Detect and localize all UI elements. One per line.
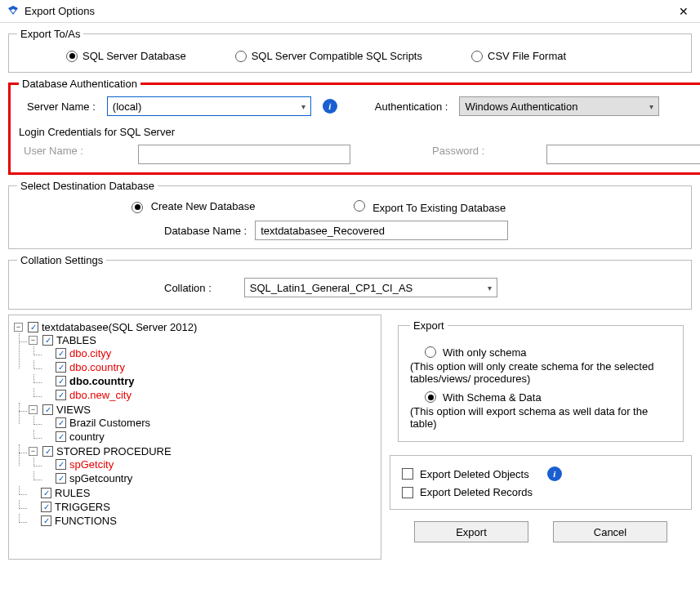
collation-select[interactable]: SQL_Latin1_General_CP1_CI_AS ▾ — [244, 278, 497, 297]
tree-rules[interactable]: RULES — [55, 487, 90, 499]
radio-label: CSV File Format — [488, 50, 566, 62]
cancel-button[interactable]: Cancel — [553, 521, 667, 542]
username-label: User Name : — [24, 145, 105, 164]
collation-value: SQL_Latin1_General_CP1_CI_AS — [250, 282, 412, 294]
tree-item[interactable]: Brazil Customers — [69, 417, 150, 429]
tree-checkbox[interactable]: ✓ — [56, 473, 66, 484]
tree-functions[interactable]: FUNCTIONS — [55, 515, 117, 527]
collation-settings-group: Collation Settings Collation : SQL_Latin… — [8, 254, 692, 310]
radio-csv[interactable]: CSV File Format — [471, 50, 566, 62]
radio-with-schema-data[interactable]: With Schema & Data — [443, 391, 542, 404]
chevron-down-icon: ▾ — [488, 283, 492, 292]
collation-label: Collation : — [164, 282, 212, 294]
export-deleted-group: Export Deleted Objects i Export Deleted … — [390, 455, 692, 510]
tree-item[interactable]: dbo.country — [69, 361, 125, 373]
collapse-icon[interactable]: − — [29, 447, 38, 456]
radio-label: SQL Server Database — [82, 50, 186, 62]
tree-root[interactable]: textdatabasee(SQL Server 2012) — [42, 321, 197, 333]
tree-item[interactable]: dbo.new_city — [69, 389, 132, 401]
tree-triggers[interactable]: TRIGGERS — [55, 501, 110, 513]
collation-settings-legend: Collation Settings — [17, 254, 106, 266]
radio-label: Create New Database — [151, 200, 256, 212]
radio-icon — [66, 51, 78, 62]
authentication-select[interactable]: Windows Authentication ▾ — [459, 96, 659, 116]
radio-icon — [132, 202, 143, 213]
info-icon[interactable]: i — [323, 99, 337, 114]
database-authentication-group: Database Authentication Server Name : (l… — [8, 78, 700, 175]
checkbox-export-deleted-records[interactable] — [402, 487, 413, 498]
chevron-down-icon: ▾ — [649, 102, 653, 111]
export-options-legend: Export — [410, 319, 448, 332]
tree-checkbox[interactable]: ✓ — [56, 390, 66, 400]
login-credentials-header: Login Credentials for SQL Server — [19, 126, 700, 138]
radio-icon — [471, 51, 483, 62]
radio-create-new-db[interactable]: Create New Database — [132, 200, 256, 214]
checkbox-export-deleted-objects[interactable] — [402, 468, 413, 480]
server-name-select[interactable]: (local) ▾ — [107, 96, 311, 116]
radio-sql-server-db[interactable]: SQL Server Database — [66, 50, 186, 62]
chevron-down-icon: ▾ — [301, 102, 305, 111]
tree-checkbox[interactable]: ✓ — [28, 322, 38, 332]
info-icon[interactable]: i — [547, 466, 562, 481]
authentication-value: Windows Authentication — [465, 100, 577, 113]
password-label: Password : — [432, 145, 514, 164]
password-input[interactable] — [546, 145, 700, 164]
tree-item[interactable]: dbo.counttry — [69, 375, 134, 387]
database-authentication-legend: Database Authentication — [19, 78, 140, 90]
tree-item[interactable]: spGetcountry — [69, 472, 132, 484]
collapse-icon[interactable]: − — [29, 405, 38, 414]
tree-item[interactable]: country — [69, 431, 105, 443]
database-name-label: Database Name : — [164, 225, 247, 237]
export-button[interactable]: Export — [414, 521, 528, 542]
export-deleted-objects-label: Export Deleted Objects — [420, 468, 529, 480]
export-to-as-group: Export To/As SQL Server Database SQL Ser… — [8, 28, 692, 73]
tree-checkbox[interactable]: ✓ — [56, 431, 66, 442]
export-options-group: Export With only schema (This option wil… — [398, 319, 684, 442]
object-tree[interactable]: − ✓ textdatabasee(SQL Server 2012) − ✓ T… — [8, 315, 381, 560]
tree-checkbox[interactable]: ✓ — [56, 362, 66, 373]
tree-checkbox[interactable]: ✓ — [42, 404, 53, 415]
close-icon[interactable]: ✕ — [674, 5, 693, 18]
authentication-label: Authentication : — [375, 100, 448, 113]
collapse-icon[interactable]: − — [29, 336, 38, 345]
export-deleted-records-label: Export Deleted Records — [420, 486, 533, 498]
destination-database-legend: Select Destination Database — [17, 180, 158, 192]
radio-export-existing-db[interactable]: Export To Existing Database — [354, 200, 506, 214]
radio-label: SQL Server Compatible SQL Scripts — [252, 50, 422, 62]
schema-data-description: (This option will export schema as well … — [410, 405, 648, 430]
tree-checkbox[interactable]: ✓ — [56, 348, 66, 359]
collapse-icon[interactable]: − — [14, 323, 23, 332]
radio-icon[interactable] — [425, 346, 436, 358]
schema-only-description: (This option will only create schema for… — [410, 360, 653, 385]
tree-checkbox[interactable]: ✓ — [41, 515, 51, 526]
radio-sql-scripts[interactable]: SQL Server Compatible SQL Scripts — [235, 50, 422, 62]
tree-item[interactable]: dbo.cityy — [69, 347, 111, 359]
server-name-value: (local) — [113, 100, 141, 113]
tree-checkbox[interactable]: ✓ — [41, 488, 51, 498]
radio-with-only-schema[interactable]: With only schema — [443, 346, 527, 359]
tree-tables[interactable]: TABLES — [56, 334, 96, 346]
tree-checkbox[interactable]: ✓ — [42, 446, 53, 457]
tree-views[interactable]: VIEWS — [56, 404, 91, 416]
destination-database-group: Select Destination Database Create New D… — [8, 180, 692, 249]
database-name-input[interactable] — [255, 221, 508, 240]
tree-checkbox[interactable]: ✓ — [56, 459, 66, 470]
tree-procedures[interactable]: STORED PROCEDURE — [56, 445, 172, 457]
app-icon — [7, 5, 20, 18]
titlebar: Export Options ✕ — [0, 0, 700, 23]
tree-checkbox[interactable]: ✓ — [56, 417, 66, 428]
radio-label: Export To Existing Database — [372, 202, 506, 214]
export-to-as-legend: Export To/As — [17, 28, 83, 40]
radio-icon — [235, 51, 247, 62]
radio-icon[interactable] — [425, 391, 436, 403]
radio-icon — [354, 200, 365, 212]
tree-checkbox[interactable]: ✓ — [56, 376, 66, 386]
tree-item[interactable]: spGetcity — [69, 458, 114, 471]
window-title: Export Options — [25, 5, 674, 17]
server-name-label: Server Name : — [27, 100, 96, 113]
tree-checkbox[interactable]: ✓ — [42, 335, 53, 346]
tree-checkbox[interactable]: ✓ — [41, 502, 51, 512]
username-input[interactable] — [138, 145, 350, 164]
